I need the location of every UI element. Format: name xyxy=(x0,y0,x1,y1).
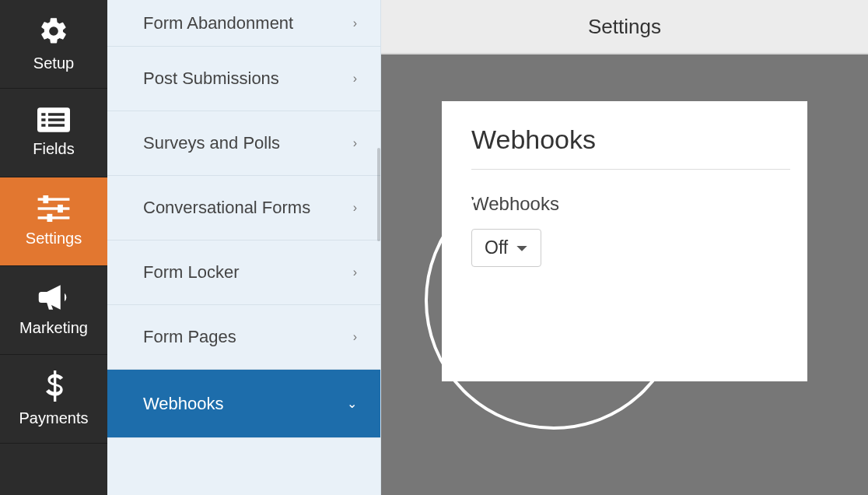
page-header: Settings xyxy=(381,0,868,54)
nav-item-label: Marketing xyxy=(19,319,88,337)
dollar-icon xyxy=(44,370,64,402)
svg-rect-4 xyxy=(48,118,65,121)
chevron-right-icon: › xyxy=(353,330,357,344)
svg-rect-5 xyxy=(41,124,45,127)
submenu-item-label: Post Submissions xyxy=(143,68,279,89)
main-area: Settings Webhooks Webhooks Off xyxy=(381,0,868,495)
svg-rect-10 xyxy=(43,195,48,203)
submenu-item-label: Conversational Forms xyxy=(143,198,310,218)
panel-title: Webhooks xyxy=(471,125,778,155)
submenu-item-form-locker[interactable]: Form Locker › xyxy=(107,240,380,305)
divider xyxy=(471,169,790,170)
nav-item-label: Payments xyxy=(19,409,89,427)
app-root: Setup Fields Settings Marketing Payments xyxy=(0,0,868,495)
settings-submenu: Form Abandonment › Post Submissions › Su… xyxy=(107,0,381,495)
field-label-webhooks: Webhooks xyxy=(471,193,778,215)
submenu-item-label: Form Locker xyxy=(143,262,239,283)
submenu-item-label: Surveys and Polls xyxy=(143,133,280,153)
nav-item-settings[interactable]: Settings xyxy=(0,177,107,266)
nav-item-label: Setup xyxy=(33,54,74,72)
submenu-item-surveys-polls[interactable]: Surveys and Polls › xyxy=(107,111,380,176)
svg-rect-6 xyxy=(48,124,65,127)
submenu-item-post-submissions[interactable]: Post Submissions › xyxy=(107,47,380,111)
svg-rect-11 xyxy=(58,205,63,212)
submenu-item-label: Form Abandonment xyxy=(143,13,293,33)
nav-item-label: Settings xyxy=(26,230,82,248)
svg-rect-1 xyxy=(41,113,45,116)
bullhorn-icon xyxy=(37,283,70,311)
nav-spacer xyxy=(0,444,107,495)
primary-nav: Setup Fields Settings Marketing Payments xyxy=(0,0,107,495)
chevron-right-icon: › xyxy=(353,201,357,215)
svg-rect-12 xyxy=(47,214,53,222)
page-title: Settings xyxy=(588,15,661,39)
chevron-right-icon: › xyxy=(353,16,357,30)
nav-item-payments[interactable]: Payments xyxy=(0,355,107,444)
nav-item-fields[interactable]: Fields xyxy=(0,89,107,177)
content-stage: Webhooks Webhooks Off xyxy=(381,54,868,495)
submenu-item-form-pages[interactable]: Form Pages › xyxy=(107,305,380,370)
submenu-item-label: Webhooks xyxy=(143,394,224,414)
submenu-item-label: Form Pages xyxy=(143,327,236,347)
webhooks-toggle-dropdown[interactable]: Off xyxy=(471,229,541,267)
submenu-item-webhooks[interactable]: Webhooks ⌄ xyxy=(107,370,380,438)
nav-item-marketing[interactable]: Marketing xyxy=(0,266,107,355)
scrollbar-thumb[interactable] xyxy=(377,148,380,241)
chevron-right-icon: › xyxy=(353,136,357,150)
sliders-icon xyxy=(37,195,70,222)
webhooks-panel: Webhooks Webhooks Off xyxy=(442,101,807,381)
gear-icon xyxy=(38,16,69,47)
nav-item-setup[interactable]: Setup xyxy=(0,0,107,89)
svg-rect-8 xyxy=(38,207,70,209)
submenu-item-conversational-forms[interactable]: Conversational Forms › xyxy=(107,176,380,240)
svg-rect-9 xyxy=(38,216,70,219)
submenu-item-form-abandonment[interactable]: Form Abandonment › xyxy=(107,0,380,47)
chevron-down-icon: ⌄ xyxy=(347,396,357,411)
list-icon xyxy=(37,107,70,132)
nav-item-label: Fields xyxy=(33,140,74,158)
chevron-right-icon: › xyxy=(353,265,357,279)
dropdown-value: Off xyxy=(485,237,508,258)
chevron-down-icon xyxy=(516,237,528,258)
svg-rect-3 xyxy=(41,118,45,121)
svg-rect-7 xyxy=(38,198,70,200)
chevron-right-icon: › xyxy=(353,72,357,86)
svg-rect-2 xyxy=(48,113,65,116)
